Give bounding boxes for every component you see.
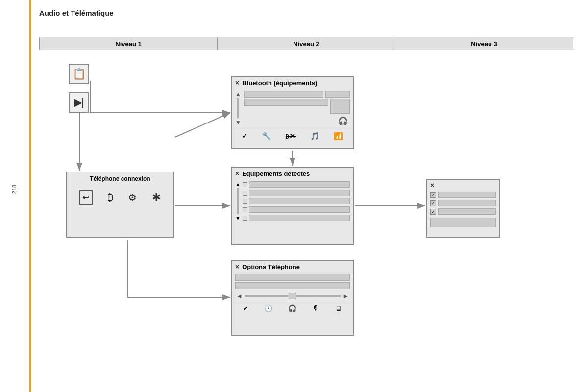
opt-headset-icon[interactable]: 🎙	[313, 304, 319, 312]
eq-check-4[interactable]	[243, 207, 247, 212]
telephone-connexion-icons: ↩ ₿ ⚙ ✱	[67, 186, 173, 209]
eq-bar-1	[249, 181, 350, 188]
bluetooth-list-area: ▲ ▼ 🎧	[232, 89, 353, 128]
opt-bar-2	[235, 282, 350, 289]
equipements-title-row: × Equipements détectés	[232, 168, 353, 179]
bt-bar-2	[244, 99, 328, 106]
eq-item-3	[243, 198, 350, 204]
options-title-row: × Options Téléphone	[232, 261, 353, 272]
eq-bar-4	[249, 206, 350, 213]
detail-bar-3	[438, 208, 496, 215]
detail-bar-2	[438, 200, 496, 206]
opt-headphone-icon[interactable]: 🎧	[288, 304, 296, 312]
options-title: Options Téléphone	[242, 263, 300, 270]
options-bottom-icons: ✔ 🕐 🎧 🎙 🖥	[232, 302, 353, 314]
eq-bar-3	[249, 198, 350, 204]
telephone-connexion-panel: Téléphone connexion ↩ ₿ ⚙ ✱	[66, 172, 174, 238]
eq-bar-5	[249, 215, 350, 221]
detail-item-1: ✓	[427, 191, 499, 199]
bt-settings-icon[interactable]: 🔧	[262, 131, 271, 141]
opt-slider-thumb[interactable]	[289, 293, 296, 299]
phone-list-icon: 📋	[73, 68, 86, 80]
bluetooth-items: 🎧	[244, 91, 350, 126]
import-icon: ▶|	[74, 97, 84, 108]
eq-items	[243, 181, 350, 221]
bt-confirm-icon[interactable]: ✔	[242, 132, 247, 140]
settings-icon[interactable]: ⚙	[128, 192, 137, 203]
eq-scroll: ▲ ▼	[235, 181, 241, 221]
scroll-down-arrow[interactable]: ▼	[235, 119, 241, 126]
niveau1-header: Niveau 1	[40, 37, 218, 50]
telephone-connexion-title: Téléphone connexion	[67, 175, 173, 182]
scroll-up-arrow[interactable]: ▲	[235, 91, 241, 98]
bt-phone-icon[interactable]: 📶	[334, 132, 343, 141]
opt-left-arrow[interactable]: ◄	[236, 293, 243, 300]
eq-item-1	[243, 181, 350, 188]
bt-item-1	[244, 91, 350, 98]
opt-timer-icon[interactable]: 🕐	[264, 304, 272, 312]
niveau2-header: Niveau 2	[218, 37, 395, 50]
bluetooth-bottom-icons: ✔ 🔧 ₿✕ 🎵 📶	[232, 129, 353, 143]
bt-music-icon[interactable]: 🎵	[310, 132, 319, 141]
detail-check-3[interactable]: ✓	[430, 209, 436, 215]
opt-slider-row: ◄ ►	[232, 291, 353, 302]
equipements-title: Equipements détectés	[242, 170, 310, 177]
detail-bar-1	[438, 192, 496, 198]
bt-item-2	[244, 99, 350, 114]
detail-panel: × ✓ ✓ ✓	[426, 179, 500, 238]
equipements-panel: × Equipements détectés ▲ ▼	[231, 167, 354, 245]
eq-check-2[interactable]	[243, 191, 247, 196]
opt-right-arrow[interactable]: ►	[343, 293, 349, 300]
back-icon[interactable]: ↩	[79, 190, 93, 205]
detail-check-2[interactable]: ✓	[430, 200, 436, 206]
bt-bar-sq	[330, 99, 350, 114]
eq-check-1[interactable]	[243, 182, 247, 187]
opt-confirm-icon[interactable]: ✔	[243, 305, 248, 312]
eq-scroll-down[interactable]: ▼	[235, 215, 241, 221]
bluetooth-icon[interactable]: ₿	[108, 191, 113, 204]
bt-disconnect-icon[interactable]: ₿✕	[286, 132, 296, 140]
svg-line-2	[175, 113, 230, 137]
detail-input[interactable]	[430, 218, 496, 227]
bluetooth-close[interactable]: ×	[235, 79, 239, 87]
opt-bar-1	[235, 274, 350, 281]
bt-bar-sm-1	[325, 91, 350, 98]
level-headers: Niveau 1 Niveau 2 Niveau 3	[39, 37, 573, 50]
options-telephone-panel: × Options Téléphone ◄ ► ✔ 🕐 🎧 🎙 🖥	[231, 260, 354, 336]
eq-check-3[interactable]	[243, 199, 247, 204]
bluetooth-title-row: × Bluetooth (équipements)	[232, 77, 353, 89]
detail-item-3: ✓	[427, 207, 499, 216]
options-close[interactable]: ×	[235, 263, 239, 270]
equipements-list: ▲ ▼	[232, 179, 353, 223]
opt-slider-track[interactable]	[245, 295, 341, 297]
bt-handsfree-icon: 🎧	[338, 116, 348, 125]
detail-x-row: ×	[427, 180, 499, 191]
eq-check-5[interactable]	[243, 216, 247, 220]
eq-item-4	[243, 206, 350, 213]
eq-item-5	[243, 215, 350, 221]
accent-bar	[29, 0, 31, 392]
eq-bar-2	[249, 190, 350, 196]
opt-screen-icon[interactable]: 🖥	[335, 304, 342, 312]
equipements-close[interactable]: ×	[235, 170, 239, 177]
detail-close[interactable]: ×	[430, 181, 434, 189]
bluetooth-title: Bluetooth (équipements)	[242, 79, 317, 87]
eq-scroll-up[interactable]: ▲	[235, 181, 241, 187]
bt-bar-1	[244, 91, 323, 98]
bluetooth-panel: × Bluetooth (équipements) ▲ ▼ 🎧 ✔	[231, 76, 354, 149]
niveau3-header: Niveau 3	[395, 37, 573, 50]
detail-check-1[interactable]: ✓	[430, 192, 436, 198]
page-title: Audio et Télématique	[39, 9, 114, 17]
eq-item-2	[243, 190, 350, 196]
import-icon-box[interactable]: ▶|	[69, 92, 89, 113]
bluetooth-scroll: ▲ ▼	[235, 91, 241, 126]
page-number: 218	[11, 185, 17, 194]
phone-list-icon-box[interactable]: 📋	[69, 64, 89, 84]
detail-item-2: ✓	[427, 199, 499, 207]
bluetooth-search-icon[interactable]: ✱	[152, 191, 161, 204]
